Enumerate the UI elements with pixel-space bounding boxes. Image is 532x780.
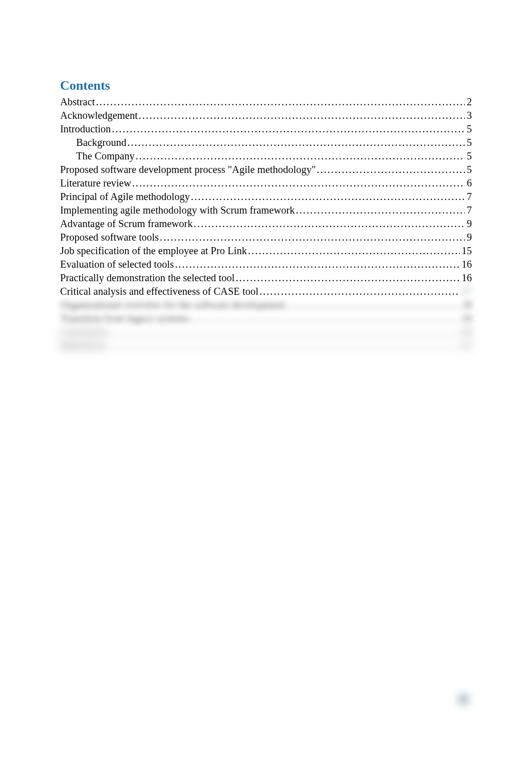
toc-entry-page: 16: [460, 273, 472, 283]
contents-heading: Contents: [60, 78, 472, 93]
toc-entry-page: 7: [465, 205, 472, 216]
toc-entry-title: Critical analysis and effectiveness of C…: [60, 286, 258, 297]
toc-entry-title: Proposed software tools: [60, 232, 159, 243]
toc-entry: Implementing agile methodology with Scru…: [60, 205, 472, 216]
toc-leader-dots: ........................................…: [285, 300, 460, 310]
toc-leader-dots: ........................................…: [316, 164, 464, 175]
toc-entry-page: 6: [465, 178, 472, 188]
toc-entry-page: 16: [460, 259, 472, 270]
toc-entry-page: 5: [465, 151, 472, 161]
toc-entry-page: 9: [465, 232, 472, 243]
toc-entry: Advantage of Scrum framework............…: [60, 219, 472, 229]
toc-entry: Proposed software tools.................…: [60, 232, 472, 243]
toc-leader-dots: ........................................…: [174, 259, 459, 270]
toc-entry-title: Job specification of the employee at Pro…: [60, 246, 247, 256]
toc-entry: Introduction............................…: [60, 124, 472, 134]
toc-entry-title: Proposed software development process "A…: [60, 164, 316, 175]
toc-entry-title: References: [60, 340, 106, 351]
toc-entry-title: Abstract: [60, 97, 95, 107]
toc-entry-page: 2: [465, 97, 472, 107]
toc-entry: Organizational overview for the software…: [60, 300, 472, 310]
toc-entry-page: 5: [465, 124, 472, 134]
toc-entry: Proposed software development process "A…: [60, 164, 472, 175]
toc-entry-page: 3: [465, 110, 472, 121]
toc-leader-dots: ........................................…: [95, 97, 464, 107]
page-number: [458, 694, 469, 705]
toc-entry-title: Advantage of Scrum framework: [60, 219, 193, 229]
toc-entry-title: Acknowledgement: [60, 110, 138, 121]
toc-entry-page: 7: [465, 191, 472, 202]
toc-entry-page: 18: [460, 300, 472, 310]
toc-leader-dots: ........................................…: [159, 232, 465, 243]
toc-entry-title: Background: [76, 137, 126, 148]
toc-leader-dots: ........................................…: [138, 110, 465, 121]
toc-entry-title: Principal of Agile methodology: [60, 191, 190, 202]
toc-entry-title: Organizational overview for the software…: [60, 300, 285, 310]
toc-entry: The Company.............................…: [60, 151, 472, 161]
toc-leader-dots: ........................................…: [111, 124, 464, 134]
toc-entry-title: Introduction: [60, 124, 111, 134]
toc-leader-dots: ........................................…: [295, 205, 465, 216]
toc-entry-page: 5: [465, 137, 472, 148]
toc-entry: Transition from legacy systems..........…: [60, 313, 472, 324]
toc-entry: Background..............................…: [60, 137, 472, 148]
toc-entry-title: Evaluation of selected tools: [60, 259, 174, 270]
toc-entry-page: 20: [460, 327, 472, 337]
toc-leader-dots: ........................................…: [106, 340, 459, 351]
toc-entry: Critical analysis and effectiveness of C…: [60, 286, 472, 297]
toc-leader-dots: ........................................…: [126, 137, 465, 148]
toc-entry: Evaluation of selected tools............…: [60, 259, 472, 270]
toc-leader-dots: ........................................…: [131, 178, 465, 188]
toc-entry: Job specification of the employee at Pro…: [60, 246, 472, 256]
toc-leader-dots: ........................................…: [234, 273, 459, 283]
toc-entry: Acknowledgement.........................…: [60, 110, 472, 121]
toc-entry-title: Transition from legacy systems: [60, 313, 189, 324]
toc-entry-page: 15: [460, 246, 472, 256]
toc-leader-dots: ........................................…: [258, 286, 460, 297]
toc-entry-title: Practically demonstration the selected t…: [60, 273, 234, 283]
toc-leader-dots: ........................................…: [247, 246, 460, 256]
toc-leader-dots: ........................................…: [107, 327, 459, 337]
toc-entry: Practically demonstration the selected t…: [60, 273, 472, 283]
toc-entry-page: 9: [465, 219, 472, 229]
toc-entry-title: Implementing agile methodology with Scru…: [60, 205, 295, 216]
toc-entry: Principal of Agile methodology..........…: [60, 191, 472, 202]
table-of-contents: Abstract................................…: [60, 97, 472, 351]
toc-entry: Literature review.......................…: [60, 178, 472, 188]
toc-entry: Abstract................................…: [60, 97, 472, 107]
toc-entry-page: 17: [460, 286, 472, 297]
toc-leader-dots: ........................................…: [135, 151, 465, 161]
toc-leader-dots: ........................................…: [193, 219, 465, 229]
toc-leader-dots: ........................................…: [190, 191, 465, 202]
document-page: Contents Abstract.......................…: [0, 0, 532, 350]
toc-entry-page: 21: [460, 340, 472, 351]
toc-entry-page: 19: [460, 313, 472, 324]
toc-entry-title: Literature review: [60, 178, 131, 188]
toc-entry-title: Conclusion: [60, 327, 107, 337]
toc-entry: References..............................…: [60, 340, 472, 351]
toc-leader-dots: ........................................…: [189, 313, 459, 324]
toc-entry-title: The Company: [76, 151, 135, 161]
toc-entry-page: 5: [465, 164, 472, 175]
toc-entry: Conclusion..............................…: [60, 327, 472, 337]
